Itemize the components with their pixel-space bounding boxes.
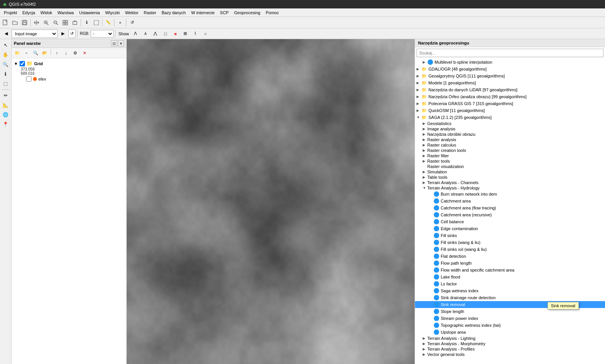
tree-item[interactable]: ▶Raster tools xyxy=(415,158,605,164)
tree-item[interactable]: ▶📁Narzędzia Orfeo (analiza obrazu) [99 g… xyxy=(415,93,605,100)
menu-item-bazy-danych[interactable]: Bazy danych xyxy=(159,10,188,16)
tree-item[interactable]: Catchment area (flow tracing) xyxy=(415,204,605,211)
show-profile-btn[interactable]: ⌇ xyxy=(191,29,200,38)
tree-item[interactable]: ▶Simulation xyxy=(415,169,605,175)
menu-item-geoprocesing[interactable]: Geoprocesing xyxy=(232,10,263,16)
show-type-2-btn[interactable]: ∧ xyxy=(141,29,150,38)
menu-item-widok[interactable]: Widok xyxy=(38,10,55,16)
tree-item[interactable]: ▶📁GDAL/OGR [48 geoalgorithms] xyxy=(415,66,605,72)
show-type-3-btn[interactable]: ⋀ xyxy=(151,29,160,38)
show-type-4-btn[interactable]: □ xyxy=(161,29,170,38)
zoom-out-btn[interactable] xyxy=(51,18,60,27)
tree-item[interactable]: ▶📁QuickOSM [11 geoalgorithms] xyxy=(415,107,605,114)
pan-btn[interactable] xyxy=(32,18,41,27)
tool-measure[interactable]: 📐 xyxy=(1,100,10,110)
tool-pin[interactable]: 📍 xyxy=(1,120,10,129)
zoom-layer-btn[interactable] xyxy=(70,18,79,27)
tree-item[interactable]: Slope length xyxy=(415,308,605,315)
tree-item[interactable]: ▶Table tools xyxy=(415,175,605,180)
tree-item[interactable]: Flow path length xyxy=(415,260,605,267)
tool-select[interactable]: ⬚ xyxy=(1,79,10,88)
tree-item[interactable]: Flow width and specific catchment area xyxy=(415,267,605,273)
move-down-btn[interactable]: ↓ xyxy=(62,49,70,57)
show-info-btn[interactable]: ○ xyxy=(201,29,210,38)
tree-item[interactable]: Fill sinks xyxy=(415,232,605,239)
tool-zoom[interactable]: 🔍 xyxy=(1,60,10,69)
tree-item[interactable]: ▶Raster calculus xyxy=(415,142,605,148)
menu-item-wtyczki[interactable]: Wtyczki xyxy=(103,10,122,16)
group-checkbox[interactable] xyxy=(20,61,25,66)
show-color-btn[interactable]: ■ xyxy=(171,29,180,38)
identify-btn[interactable]: ℹ xyxy=(82,18,91,27)
tree-item[interactable]: Flat detection xyxy=(415,253,605,260)
new-project-btn[interactable] xyxy=(1,18,10,27)
tool-draw[interactable]: ✏ xyxy=(1,91,10,100)
tree-item[interactable]: ▶📁Narzędzia do danych LiDAR [97 geoalgor… xyxy=(415,86,605,93)
tree-item[interactable]: Topographic wetness index (twi) xyxy=(415,322,605,329)
tree-item[interactable]: ▶Raster filter xyxy=(415,153,605,158)
show-grid-btn[interactable]: ⊞ xyxy=(181,29,190,38)
map-canvas[interactable] xyxy=(127,39,415,364)
next-layer-btn[interactable]: ▶ xyxy=(58,29,68,38)
menu-item-edycja[interactable]: Edycja xyxy=(20,10,37,16)
refresh-layer-btn[interactable]: ↺ xyxy=(68,30,76,38)
channel-select[interactable]: - xyxy=(91,30,114,38)
tree-item[interactable]: Sink removal xyxy=(415,301,605,308)
menu-item-wektor[interactable]: Wektor xyxy=(123,10,141,16)
tree-item[interactable]: ▶📁Geoalgorytmy QGIS [111 geoalgorithms] xyxy=(415,72,605,79)
tree-item[interactable]: ▶Terrain Analysis - Lighting xyxy=(415,336,605,341)
tree-item[interactable]: Stream power index xyxy=(415,315,605,322)
tree-item[interactable]: Ls factor xyxy=(415,280,605,287)
filter-layer-btn[interactable]: 🔍 xyxy=(31,49,40,57)
tree-item[interactable]: Edge contamination xyxy=(415,225,605,232)
layer-settings-btn[interactable]: ⚙ xyxy=(71,49,79,57)
tree-item[interactable]: ▼Terrain Analysis - Hydrology xyxy=(415,185,605,191)
open-layer-btn[interactable]: 📂 xyxy=(41,49,49,57)
tree-item[interactable]: Lake flood xyxy=(415,273,605,280)
tree-item[interactable]: ▶Narzędzia obróbki obrazu xyxy=(415,132,605,137)
tree-item[interactable]: ▶📁Modele [1 geoalgorithms] xyxy=(415,79,605,86)
layer-remove-red-btn[interactable]: ✕ xyxy=(80,49,89,57)
zoom-in-btn[interactable] xyxy=(41,18,51,27)
menu-item-scp[interactable]: SCP xyxy=(218,10,231,16)
tree-item[interactable]: Burn stream network into dem xyxy=(415,191,605,198)
tree-item[interactable]: ▶Terrain Analysis - Profiles xyxy=(415,346,605,352)
tree-item[interactable]: Fill sinks (wang & liu) xyxy=(415,239,605,246)
tool-info[interactable]: ℹ xyxy=(1,69,10,79)
open-project-btn[interactable] xyxy=(10,18,20,27)
panel-float-btn[interactable]: ⊡ xyxy=(111,40,117,46)
menu-item-warstwa[interactable]: Warstwa xyxy=(55,10,76,16)
tree-item[interactable]: ▶Raster creation tools xyxy=(415,148,605,153)
zoom-full-btn[interactable] xyxy=(61,18,70,27)
tree-item[interactable]: Sink drainage route detection xyxy=(415,294,605,301)
add-layer-btn[interactable]: + xyxy=(116,18,125,27)
tree-item[interactable]: ▶Terrain Analysis - Channels xyxy=(415,180,605,185)
tree-item[interactable]: ▶Terrain Analysis - Morphometry xyxy=(415,341,605,346)
tree-item[interactable]: Upslope area xyxy=(415,329,605,336)
save-project-btn[interactable] xyxy=(20,18,29,27)
refresh-btn[interactable]: ↺ xyxy=(127,18,137,27)
add-group-btn[interactable]: 📁 xyxy=(13,49,21,57)
move-up-btn[interactable]: ↑ xyxy=(53,49,61,57)
tree-item[interactable]: Catchment area (recursive) xyxy=(415,211,605,218)
measure-btn[interactable]: 📏 xyxy=(104,18,113,27)
tree-item[interactable]: ▶Raster analysis xyxy=(415,137,605,142)
menu-item-ustawienia[interactable]: Ustawienia xyxy=(77,10,102,16)
panel-close-btn[interactable]: ✕ xyxy=(118,40,124,46)
tree-item[interactable]: Catchment area xyxy=(415,198,605,204)
tree-item[interactable]: ▶Geostatistics xyxy=(415,121,605,126)
geoprocessing-search[interactable] xyxy=(417,49,603,57)
tool-arrow[interactable]: ↖ xyxy=(1,41,10,50)
layer-group-header[interactable]: ▼ 📁 Grid xyxy=(13,60,125,67)
tree-item[interactable]: ▶Image analysis xyxy=(415,126,605,132)
tree-item[interactable]: ▶📁Polecenia GRASS GIS 7 [315 geoalgorith… xyxy=(415,100,605,107)
menu-item-w-internecie[interactable]: W internecie xyxy=(189,10,217,16)
menu-item-pomoc[interactable]: Pomoc xyxy=(263,10,281,16)
tree-item[interactable]: Fill sinks xxl (wang & liu) xyxy=(415,246,605,253)
show-type-1-btn[interactable]: Ʌ xyxy=(131,29,140,38)
layer-item-elev[interactable]: elev xyxy=(19,76,125,82)
select-rect-btn[interactable] xyxy=(92,18,101,27)
prev-layer-btn[interactable]: ◀ xyxy=(2,29,11,38)
tree-item[interactable]: Saga wetness index xyxy=(415,287,605,294)
tree-item[interactable]: ▼📁SAGA (2.1.2) [235 geoalgorithms] xyxy=(415,114,605,121)
